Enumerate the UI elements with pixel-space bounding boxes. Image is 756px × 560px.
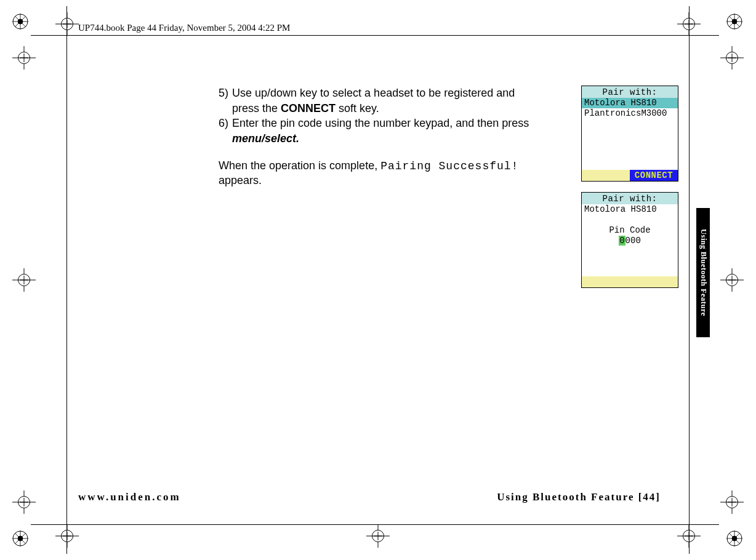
lcd2-pin-label: Pin Code (582, 225, 678, 236)
framemaker-header: UP744.book Page 44 Friday, November 5, 2… (78, 23, 290, 33)
lcd1-softkey-right: CONNECT (630, 170, 678, 181)
lcd1-title: Pair with: (582, 86, 678, 98)
crop-plus-icon (677, 12, 701, 36)
crop-plus-icon (12, 46, 36, 70)
trim-line (31, 524, 719, 525)
step-5-number: 5) (219, 86, 232, 100)
svg-point-0 (13, 14, 28, 29)
lcd2-pin-cursor: 0 (619, 236, 625, 246)
step-5-line2a: press the (232, 102, 281, 114)
svg-line-21 (729, 533, 740, 544)
lcd2-pin-rest: 000 (625, 236, 641, 246)
lcd1-softkey-left (582, 170, 630, 181)
crop-plus-icon (677, 524, 701, 548)
side-tab: Using Bluetooth Feature (696, 208, 710, 337)
svg-line-3 (15, 16, 26, 27)
result-text-a: When the operation is complete, (219, 159, 380, 172)
trim-line (689, 6, 690, 554)
trim-line (66, 6, 67, 554)
registration-circle-icon (12, 14, 28, 30)
svg-line-22 (729, 533, 740, 544)
lcd2-item-1: Motolora HS810 (582, 204, 678, 215)
result-lcd-text: Pairing Successful! (380, 160, 518, 172)
result-text-b: appears. (219, 174, 262, 186)
lcd2-pin-value: 0000 (582, 236, 678, 246)
lcd-screenshot-1: Pair with: Motolora HS810 PlantronicsM30… (581, 86, 678, 182)
lcd2-title: Pair with: (582, 193, 678, 204)
lcd2-softkeys (582, 276, 678, 287)
lcd1-item-1: Motolora HS810 (582, 98, 678, 108)
step-6-menuselect: menu/select. (219, 132, 563, 146)
step-5-line1: Use up/down key to select a headset to b… (232, 87, 515, 99)
step-5-connect: CONNECT (281, 102, 336, 114)
svg-point-17 (18, 536, 23, 541)
trim-line (31, 35, 719, 36)
crop-plus-icon (12, 268, 36, 292)
svg-line-9 (729, 16, 740, 27)
registration-circle-icon (12, 530, 28, 546)
footer-url: www.uniden.com (78, 491, 181, 503)
svg-point-5 (18, 19, 23, 24)
svg-point-11 (732, 19, 737, 24)
content-block: 5)Use up/down key to select a headset to… (219, 86, 563, 198)
svg-line-15 (15, 533, 26, 544)
crop-plus-icon (55, 12, 79, 36)
step-5-line2b: soft key. (336, 102, 379, 114)
lcd1-item-2: PlantronicsM3000 (582, 108, 678, 119)
registration-circle-icon (726, 530, 742, 546)
step-6-number: 6) (219, 116, 232, 130)
crop-plus-icon (12, 490, 36, 514)
svg-line-16 (15, 533, 26, 544)
crop-plus-icon (720, 46, 744, 70)
svg-line-10 (729, 16, 740, 27)
footer-section: Using Bluetooth Feature [44] (497, 491, 661, 503)
svg-point-12 (13, 531, 28, 546)
lcd-screenshot-2: Pair with: Motolora HS810 Pin Code 0000 (581, 192, 678, 288)
registration-circle-icon (726, 14, 742, 30)
crop-plus-icon (366, 524, 390, 548)
crop-plus-icon (720, 490, 744, 514)
step-6-line1: Enter the pin code using the number keyp… (232, 117, 529, 129)
svg-point-23 (732, 536, 737, 541)
svg-line-4 (15, 16, 26, 27)
svg-point-6 (727, 14, 742, 29)
crop-plus-icon (55, 524, 79, 548)
svg-point-18 (727, 531, 742, 546)
crop-plus-icon (720, 268, 744, 292)
lcd1-softkeys: CONNECT (582, 170, 678, 181)
